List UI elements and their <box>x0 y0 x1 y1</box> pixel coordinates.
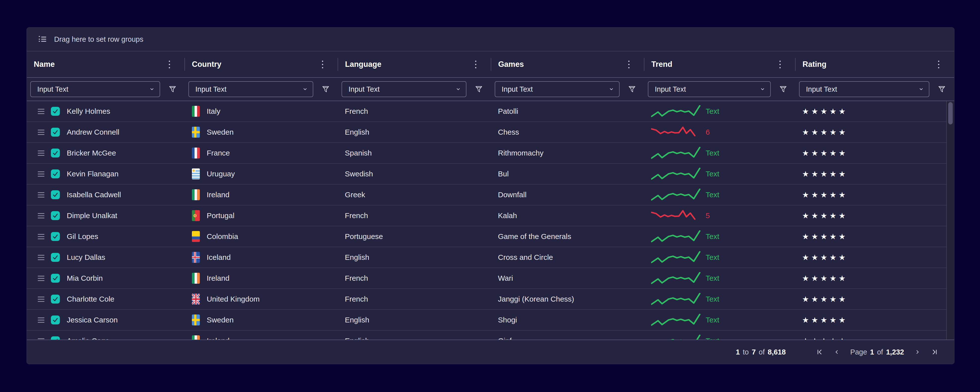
column-header-trend[interactable]: Trend <box>644 51 795 77</box>
row-checkbox[interactable] <box>51 190 60 199</box>
country-cell-text: Sweden <box>207 316 234 324</box>
previous-page-button[interactable] <box>830 345 844 359</box>
language-filter-select[interactable]: Input Text <box>342 81 466 97</box>
row-drag-handle[interactable] <box>38 151 45 156</box>
name-cell-text: Mia Corbin <box>67 274 103 282</box>
scrollbar-thumb[interactable] <box>948 102 953 124</box>
language-cell-text: French <box>345 274 368 282</box>
row-checkbox[interactable] <box>51 148 60 158</box>
row-checkbox[interactable] <box>51 295 60 304</box>
row-checkbox[interactable] <box>51 253 60 262</box>
trend-label: 5 <box>706 211 710 220</box>
column-menu-icon[interactable] <box>780 61 781 68</box>
table-row[interactable]: Kevin Flanagan Uruguay Swedish Bul Text … <box>27 164 946 185</box>
country-cell-text: Sweden <box>207 128 234 136</box>
trend-label: Text <box>706 232 719 241</box>
row-checkbox[interactable] <box>51 211 60 220</box>
colombia-flag-icon <box>192 231 200 242</box>
filter-cell-language: Input Text <box>338 81 491 97</box>
name-filter-select[interactable]: Input Text <box>30 81 160 97</box>
country-cell-text: Uruguay <box>207 170 235 178</box>
rating-filter-select[interactable]: Input Text <box>799 81 929 97</box>
table-row[interactable]: Gil Lopes Colombia Portuguese Game of th… <box>27 226 946 247</box>
vertical-scrollbar[interactable] <box>946 101 954 339</box>
table-row[interactable]: Isabella Cadwell Ireland Greek Downfall … <box>27 185 946 206</box>
chevron-down-icon <box>302 86 308 92</box>
language-cell-text: Swedish <box>345 170 373 178</box>
table-row[interactable]: Mia Corbin Ireland French Wari Text ★★★★… <box>27 268 946 289</box>
italy-flag-icon <box>192 106 200 117</box>
filter-funnel-icon[interactable] <box>313 85 338 93</box>
row-drag-handle[interactable] <box>38 255 45 260</box>
table-row[interactable]: Amelia Cage Ireland English Gipf Text ★★… <box>27 331 946 339</box>
game-cell-text: Game of the Generals <box>498 232 571 241</box>
filter-funnel-icon[interactable] <box>466 85 491 93</box>
table-row[interactable]: Bricker McGee France Spanish Rithmomachy… <box>27 143 946 164</box>
table-row[interactable]: Jessica Carson Sweden English Shogi Text… <box>27 310 946 331</box>
column-header-language[interactable]: Language <box>338 51 491 77</box>
column-header-name[interactable]: Name <box>27 51 185 77</box>
language-cell-text: French <box>345 295 368 303</box>
country-cell-text: Portugal <box>207 211 235 220</box>
row-drag-handle[interactable] <box>38 234 45 239</box>
column-header-games[interactable]: Games <box>491 51 644 77</box>
filter-funnel-icon[interactable] <box>160 85 185 93</box>
filter-funnel-icon[interactable] <box>620 85 644 93</box>
row-drag-handle[interactable] <box>38 130 45 135</box>
language-cell-text: English <box>345 128 369 136</box>
table-row[interactable]: Dimple Unalkat Portugal French Kalah 5 ★… <box>27 206 946 226</box>
row-drag-handle[interactable] <box>38 171 45 177</box>
trend-sparkline <box>651 167 701 181</box>
column-menu-icon[interactable] <box>628 61 630 68</box>
next-page-button[interactable] <box>910 345 924 359</box>
row-drag-handle[interactable] <box>38 317 45 323</box>
table-row[interactable]: Lucy Dallas Iceland English Cross and Ci… <box>27 247 946 268</box>
table-row[interactable]: Andrew Connell Sweden English Chess 6 ★★… <box>27 122 946 143</box>
row-checkbox[interactable] <box>51 128 60 137</box>
row-drag-handle[interactable] <box>38 109 45 114</box>
row-groups-icon <box>38 35 47 43</box>
column-menu-icon[interactable] <box>475 61 476 68</box>
row-drag-handle[interactable] <box>38 296 45 302</box>
row-drag-handle[interactable] <box>38 192 45 198</box>
row-checkbox[interactable] <box>51 232 60 241</box>
row-checkbox[interactable] <box>51 107 60 116</box>
chevron-down-icon <box>455 86 461 92</box>
country-cell-text: France <box>207 149 230 157</box>
country-filter-select[interactable]: Input Text <box>188 81 313 97</box>
trend-sparkline <box>651 209 701 223</box>
rating-stars: ★★★★★ <box>802 295 848 304</box>
table-row[interactable]: Charlotte Cole United Kingdom French Jan… <box>27 289 946 310</box>
country-cell-text: Ireland <box>207 336 230 339</box>
row-range-summary: 1 to 7 of 8,618 <box>736 348 786 356</box>
filter-funnel-icon[interactable] <box>771 85 795 93</box>
name-cell-text: Lucy Dallas <box>67 253 105 261</box>
row-checkbox[interactable] <box>51 274 60 283</box>
row-drag-handle[interactable] <box>38 276 45 281</box>
row-checkbox[interactable] <box>51 169 60 178</box>
last-page-button[interactable] <box>928 345 941 359</box>
column-header-country[interactable]: Country <box>185 51 338 77</box>
game-cell-text: Patolli <box>498 107 518 116</box>
game-cell-text: Kalah <box>498 211 517 220</box>
column-header-rating[interactable]: Rating <box>795 51 954 77</box>
trend-sparkline <box>651 104 701 118</box>
column-menu-icon[interactable] <box>169 61 170 68</box>
row-checkbox[interactable] <box>51 336 60 339</box>
games-filter-select[interactable]: Input Text <box>495 81 620 97</box>
game-cell-text: Gipf <box>498 336 512 339</box>
row-drag-handle[interactable] <box>38 213 45 218</box>
filter-funnel-icon[interactable] <box>929 85 954 93</box>
trend-sparkline <box>651 250 701 264</box>
column-menu-icon[interactable] <box>322 61 323 68</box>
trend-filter-select[interactable]: Input Text <box>648 81 771 97</box>
column-header-label: Trend <box>651 60 672 69</box>
column-header-label: Language <box>345 60 381 69</box>
trend-sparkline <box>651 229 701 244</box>
row-groups-dropzone[interactable]: Drag here to set row groups <box>27 27 954 51</box>
row-checkbox[interactable] <box>51 316 60 324</box>
first-page-button[interactable] <box>813 345 827 359</box>
column-menu-icon[interactable] <box>938 61 939 68</box>
column-header-label: Country <box>192 60 221 69</box>
table-row[interactable]: Kelly Holmes Italy French Patolli Text ★… <box>27 101 946 122</box>
